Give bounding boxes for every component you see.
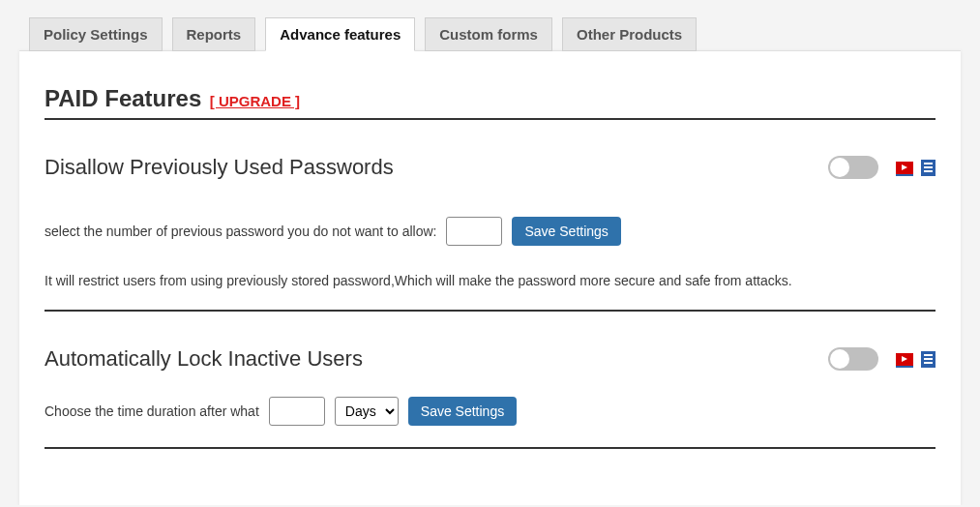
duration-input[interactable] (269, 397, 325, 426)
duration-unit-select[interactable]: Days (335, 397, 399, 426)
toggle-knob (830, 349, 849, 369)
section-controls (828, 347, 935, 371)
input-row: select the number of previous password y… (45, 217, 935, 246)
tab-policy-settings[interactable]: Policy Settings (29, 17, 163, 51)
tab-custom-forms[interactable]: Custom forms (425, 17, 552, 51)
section-title: Disallow Previously Used Passwords (45, 155, 394, 180)
input-label: select the number of previous password y… (45, 224, 436, 239)
doc-help-icon[interactable] (921, 351, 935, 368)
tab-bar: Policy Settings Reports Advance features… (29, 17, 980, 51)
input-label: Choose the time duration after what (45, 403, 259, 419)
toggle-disallow-previous-passwords[interactable] (828, 156, 878, 179)
section-auto-lock-inactive: Automatically Lock Inactive Users Choose… (45, 346, 935, 449)
tab-other-products[interactable]: Other Products (562, 17, 697, 51)
section-header: Disallow Previously Used Passwords (45, 155, 935, 180)
video-help-icon[interactable] (896, 353, 913, 366)
upgrade-link[interactable]: [ UPGRADE ] (210, 93, 300, 109)
previous-password-count-input[interactable] (446, 217, 502, 246)
content-panel: PAID Features [ UPGRADE ] Disallow Previ… (19, 50, 961, 505)
tab-advance-features[interactable]: Advance features (265, 17, 415, 51)
video-help-icon[interactable] (896, 162, 913, 174)
section-title: Automatically Lock Inactive Users (45, 346, 363, 372)
section-disallow-previous-passwords: Disallow Previously Used Passwords selec… (45, 155, 935, 312)
section-controls (828, 156, 935, 179)
title-divider (45, 118, 935, 120)
page-title: PAID Features (45, 85, 201, 111)
input-row: Choose the time duration after what Days… (45, 397, 935, 426)
save-settings-button[interactable]: Save Settings (408, 397, 517, 426)
section-header: Automatically Lock Inactive Users (45, 346, 935, 372)
tab-reports[interactable]: Reports (172, 17, 256, 51)
save-settings-button[interactable]: Save Settings (512, 217, 620, 246)
doc-help-icon[interactable] (921, 160, 935, 176)
toggle-knob (830, 158, 849, 177)
toggle-auto-lock-inactive[interactable] (828, 347, 878, 371)
section-description: It will restrict users from using previo… (45, 273, 935, 288)
